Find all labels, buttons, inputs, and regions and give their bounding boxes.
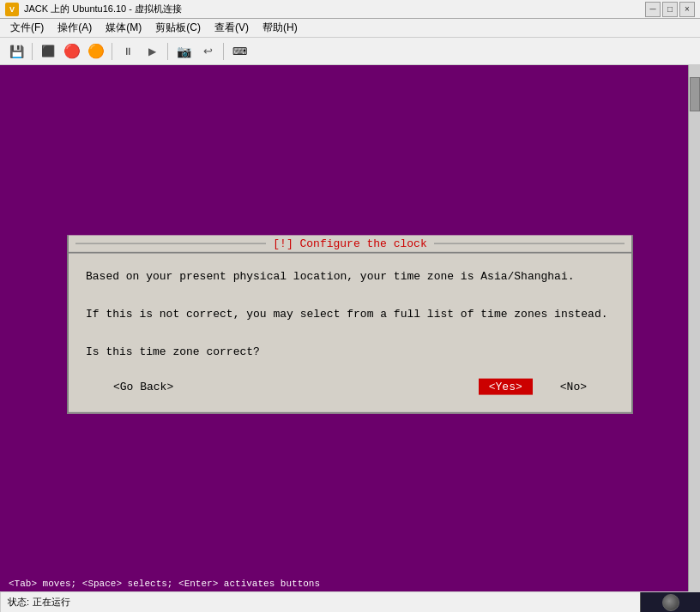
close-button[interactable]: × [679,2,695,17]
save-icon: 💾 [9,45,24,58]
menu-view[interactable]: 查看(V) [208,19,256,37]
play-icon: ▶ [148,45,156,57]
vm-scrollbar[interactable] [688,65,700,591]
toolbar-save-btn[interactable]: 💾 [5,41,27,62]
scrollbar-thumb[interactable] [690,77,700,111]
dialog-line-3: Is this time zone correct? [86,345,260,358]
vm-screen[interactable]: [!] Configure the clock Based on your pr… [0,65,700,591]
title-bar-controls: ─ □ × [645,2,695,17]
dialog-buttons: <Go Back> <Yes> <No> [86,375,614,399]
menu-action[interactable]: 操作(A) [51,19,99,37]
toolbar-screenshot-btn[interactable]: 📷 [172,41,195,62]
toolbar-stop-btn[interactable]: ⬛ [37,41,59,62]
dialog-line-1: Based on your present physical location,… [86,270,575,283]
status-label: 状态: [8,596,29,609]
title-bar-left: V JACK 上的 Ubuntu16.10 - 虚拟机连接 [5,3,182,16]
go-back-button[interactable]: <Go Back> [103,379,184,395]
menu-media[interactable]: 媒体(M) [99,19,148,37]
toolbar-power-btn[interactable]: 🟠 [85,41,107,62]
minimize-button[interactable]: ─ [645,2,661,17]
dialog-title: [!] Configure the clock [266,237,433,250]
dialog-content: Based on your present physical location,… [69,252,631,412]
configure-clock-dialog: [!] Configure the clock Based on your pr… [67,236,633,414]
toolbar-sep-2 [112,43,112,60]
screenshot-icon: 📷 [177,45,191,58]
menu-bar: 文件(F) 操作(A) 媒体(M) 剪贴板(C) 查看(V) 帮助(H) [0,19,700,38]
terminal-hint-bar: <Tab> moves; <Space> selects; <Enter> ac… [0,574,700,591]
toolbar-sep-3 [167,43,168,60]
power-icon: 🟠 [88,43,105,59]
toolbar-keyboard-btn[interactable]: ⌨ [228,41,250,62]
confirm-buttons: <Yes> <No> [479,379,597,395]
brand-logo [640,592,700,612]
status-state-section: 状态: 正在运行 [0,592,103,612]
undo-icon: ↩ [203,45,213,57]
menu-help[interactable]: 帮助(H) [256,19,305,37]
toolbar-sep-4 [223,43,224,60]
title-line-left [75,243,266,244]
window-title: JACK 上的 Ubuntu16.10 - 虚拟机连接 [24,3,182,15]
toolbar-play-btn[interactable]: ▶ [141,41,163,62]
dialog-line-2: If this is not correct, you may select f… [86,308,608,321]
dialog-title-bar: [!] Configure the clock [69,236,631,252]
logo-circle [662,594,679,611]
toolbar-red-btn[interactable]: 🔴 [61,41,83,62]
menu-clipboard[interactable]: 剪贴板(C) [148,19,208,37]
bottom-status-bar: 状态: 正在运行 [0,591,700,612]
toolbar: 💾 ⬛ 🔴 🟠 ⏸ ▶ 📷 ↩ ⌨ [0,38,700,65]
yes-button[interactable]: <Yes> [479,379,533,395]
toolbar-undo-btn[interactable]: ↩ [196,41,219,62]
pause-icon: ⏸ [123,45,133,57]
dialog-container: [!] Configure the clock Based on your pr… [67,236,633,414]
hint-text: <Tab> moves; <Space> selects; <Enter> ac… [9,579,320,589]
dialog-body-text: Based on your present physical location,… [86,267,614,362]
title-line-right [434,243,625,244]
stop-icon: ⬛ [41,45,55,57]
restore-button[interactable]: □ [662,2,678,17]
title-bar: V JACK 上的 Ubuntu16.10 - 虚拟机连接 ─ □ × [0,0,700,19]
red-circle-icon: 🔴 [63,43,81,59]
menu-file[interactable]: 文件(F) [3,19,51,37]
app-icon: V [5,3,19,16]
toolbar-pause-btn[interactable]: ⏸ [117,41,139,62]
status-spacer [103,592,640,612]
toolbar-sep-1 [32,43,33,60]
no-button[interactable]: <No> [550,379,597,395]
status-value: 正在运行 [33,596,70,609]
keyboard-icon: ⌨ [232,45,247,57]
